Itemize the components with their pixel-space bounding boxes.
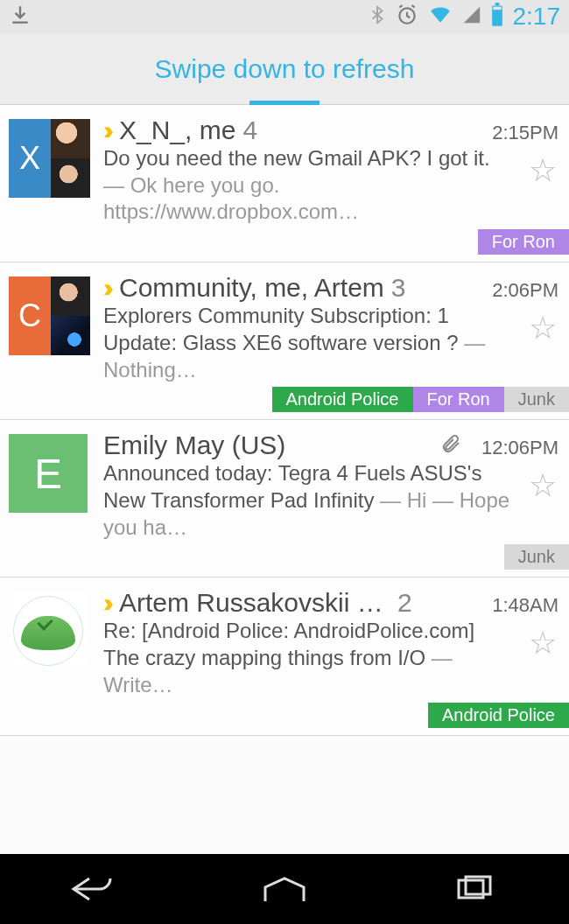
avatar-letter: C — [9, 276, 51, 355]
email-time: 2:15PM — [492, 122, 558, 144]
basecamp-icon — [13, 596, 83, 666]
sender-name: X_N_, me — [119, 116, 235, 145]
email-row[interactable]: E Emily May (US) 12:06PM Announced today… — [0, 420, 569, 578]
label-junk[interactable]: Junk — [504, 387, 569, 412]
email-row[interactable]: X ›› X_N_, me 4 2:15PM Do you need the n… — [0, 105, 569, 262]
status-clock: 2:17 — [513, 3, 561, 31]
avatar-photo — [51, 276, 90, 316]
battery-icon — [490, 3, 504, 31]
avatar[interactable]: X — [9, 116, 95, 262]
priority-chevron-icon: ›› — [103, 588, 107, 618]
email-subject: Explorers Community Subscription: 1 Upda… — [103, 304, 459, 354]
label-for-ron[interactable]: For Ron — [478, 229, 569, 255]
avatar[interactable]: E — [9, 430, 95, 577]
sender-name: Artem Russakovskii (Ba… — [119, 588, 390, 618]
email-time: 12:06PM — [481, 437, 558, 459]
priority-chevron-icon: ›› — [103, 116, 107, 145]
bluetooth-icon — [368, 4, 387, 30]
thread-count: 3 — [391, 273, 406, 303]
navigation-bar — [0, 854, 569, 924]
recents-button[interactable] — [431, 867, 518, 911]
sender-name: Emily May (US) — [103, 430, 285, 460]
label-junk[interactable]: Junk — [504, 544, 569, 570]
email-preview: — Ok here you go. https://www.dropbox.co… — [103, 173, 359, 224]
avatar-photo — [51, 158, 90, 198]
email-time: 1:48AM — [492, 594, 558, 617]
status-bar: 2:17 — [0, 0, 569, 33]
avatar-logo — [9, 592, 88, 670]
avatar-photo — [51, 316, 90, 355]
email-row[interactable]: C ›› Community, me, Artem 3 2:06PM Explo… — [0, 262, 569, 420]
back-button[interactable] — [51, 867, 138, 911]
star-icon[interactable]: ☆ — [529, 625, 557, 662]
email-subject: Re: [Android Police: AndroidPolice.com] … — [103, 619, 474, 669]
svg-rect-3 — [493, 7, 501, 10]
pull-to-refresh-header[interactable]: Swipe down to refresh — [0, 33, 569, 105]
avatar-letter: E — [9, 434, 88, 513]
star-icon[interactable]: ☆ — [529, 152, 557, 189]
email-subject: Do you need the new Gmail APK? I got it. — [103, 146, 490, 170]
alarm-icon — [396, 4, 418, 30]
avatar-photo — [51, 119, 90, 158]
thread-count: 4 — [242, 116, 257, 145]
email-row[interactable]: ›› Artem Russakovskii (Ba… 2 1:48AM Re: … — [0, 578, 569, 735]
cell-signal-icon — [462, 5, 481, 28]
avatar[interactable] — [9, 588, 95, 734]
home-button[interactable] — [241, 867, 328, 911]
refresh-label: Swipe down to refresh — [155, 54, 415, 84]
svg-rect-2 — [495, 3, 499, 6]
email-list[interactable]: X ›› X_N_, me 4 2:15PM Do you need the n… — [0, 105, 569, 854]
avatar-letter: X — [9, 119, 51, 198]
label-for-ron[interactable]: For Ron — [413, 387, 504, 412]
download-icon — [9, 4, 32, 30]
label-android-police[interactable]: Android Police — [428, 703, 569, 728]
thread-count: 2 — [397, 588, 412, 618]
star-icon[interactable]: ☆ — [529, 467, 557, 504]
priority-chevron-icon: ›› — [103, 273, 107, 303]
label-android-police[interactable]: Android Police — [272, 387, 413, 412]
wifi-icon — [427, 4, 453, 30]
avatar[interactable]: C — [9, 273, 95, 419]
star-icon[interactable]: ☆ — [529, 310, 557, 346]
sender-name: Community, me, Artem — [119, 273, 384, 303]
attachment-icon — [436, 433, 466, 458]
email-time: 2:06PM — [492, 279, 558, 302]
